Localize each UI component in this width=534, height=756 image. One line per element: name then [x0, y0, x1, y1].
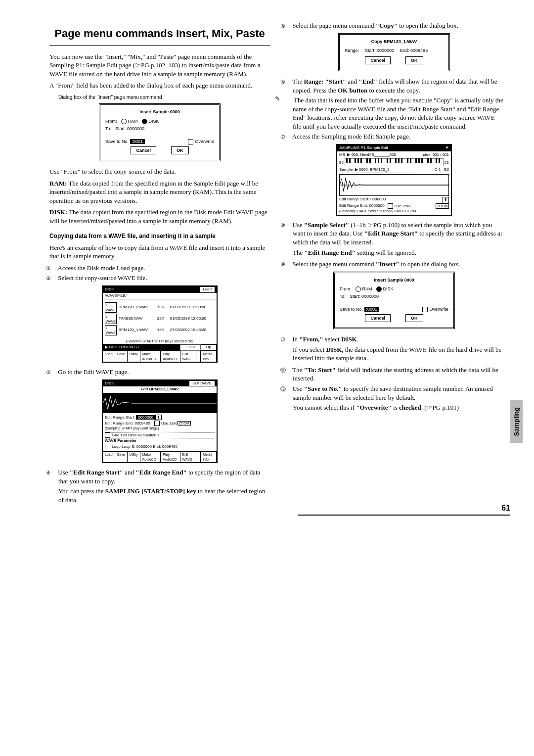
page-number: 61	[298, 503, 510, 516]
svg-rect-21	[427, 158, 429, 163]
disk-paragraph: DISK: The data copied from the specified…	[49, 208, 270, 225]
file-row-3-date: 27/03/2002 19:45:28	[170, 328, 206, 333]
svg-rect-6	[366, 158, 368, 163]
radio-disk-icon	[376, 286, 382, 292]
svg-rect-3	[355, 158, 356, 163]
svg-rect-15	[401, 158, 402, 163]
svg-rect-4	[357, 158, 359, 163]
dialog2-ok-button: OK	[405, 314, 423, 322]
svg-rect-23	[436, 158, 437, 163]
wave-icon: ♪WAVE	[105, 302, 117, 313]
svg-rect-12	[390, 158, 391, 163]
checkbox-grid-icon	[105, 432, 110, 438]
dialog1-to-label: To:	[105, 126, 111, 132]
disk-menu: Load	[200, 287, 215, 292]
waveform-icon	[340, 175, 448, 195]
file-row-1-size: 19K	[157, 305, 168, 310]
side-tab: Sampling	[510, 400, 523, 443]
copy-ok-button: OK	[405, 56, 423, 64]
file-row-3-size: 19K	[157, 328, 168, 333]
svg-rect-5	[360, 158, 362, 163]
checkbox-overwrite-icon	[422, 307, 428, 312]
figure-copy-dialog: Copy BPM120_1.WAV Range: Start: 0000000 …	[338, 33, 450, 71]
step-10: ⑩ In "From," select DISK.	[284, 335, 504, 344]
svg-rect-18	[415, 158, 417, 163]
figure-insert-dialog-2: Insert Sample 0000 From: RAM DISK To: St…	[333, 272, 455, 330]
svg-rect-8	[375, 158, 376, 163]
step-3: ③ Go to the Edit WAVE page.	[49, 368, 270, 377]
step-10b: If you select DISK, the data copied from…	[293, 345, 504, 363]
step-8b: The "Edit Range End" setting will be ign…	[293, 248, 504, 257]
checkbox-loop-icon	[105, 444, 110, 449]
svg-rect-22	[430, 158, 432, 163]
svg-rect-11	[387, 158, 388, 163]
sampling-title: SAMPLING P1:Sample Edit	[339, 145, 388, 151]
up-arrow-icon: ⬆	[155, 415, 162, 420]
svg-rect-7	[369, 158, 371, 163]
step-11: ⑪ The "To: Start" field will indicate th…	[284, 366, 504, 383]
ram-paragraph: RAM: The data copied from the specified …	[49, 179, 270, 205]
dialog1-save-label: Save to No.	[105, 139, 129, 144]
svg-rect-9	[378, 158, 379, 163]
file-row-2-date: 01/03/1999 12:00:00	[170, 316, 206, 322]
file-row-2-size: 22K	[157, 316, 168, 322]
disk-open: Open	[180, 344, 201, 351]
editwave-menu: Edit WAVE	[189, 381, 215, 386]
disk-drive: HDD:TRITON ST	[109, 345, 139, 349]
svg-rect-10	[381, 158, 382, 163]
checkbox-usezero-icon	[388, 203, 393, 209]
file-row-2-name: TAKE00.WAV	[119, 316, 155, 322]
copy-cancel-button: Cancel	[365, 56, 391, 64]
dialog1-disk: DISK	[149, 119, 159, 124]
figure-sampling-edit: SAMPLING P1:Sample Edit▼ MS: ▶ 000: NewM…	[336, 144, 452, 216]
copy-title: Copy BPM120_1.WAV	[345, 39, 444, 45]
checkbox-usezero-icon	[154, 421, 160, 426]
step-2: ② Select the copy-source WAVE file.	[49, 274, 270, 283]
right-column: ⑤ Select the page menu command "Copy" to…	[284, 20, 504, 508]
dialog1-cancel-button: Cancel	[131, 146, 156, 154]
dialog2-title: Insert Sample 0000	[340, 277, 448, 283]
waveform-icon	[103, 393, 217, 413]
dialog1-start: Start: 0000000	[115, 126, 144, 132]
svg-rect-20	[421, 158, 423, 163]
up-arrow-icon: ⬆	[443, 197, 449, 203]
svg-rect-17	[410, 158, 411, 163]
step-4: ④ Use "Edit Range Start" and "Edit Range…	[49, 468, 270, 485]
radio-ram-icon	[356, 286, 361, 292]
sub1-intro: Here's an example of how to copy data fr…	[49, 243, 270, 261]
step-7: ⑦ Access the Sampling mode Edit Sample p…	[284, 132, 504, 141]
section-title: Page menu commands Insert, Mix, Paste	[49, 22, 270, 46]
subheading-copy: Copying data from a WAVE file, and inser…	[49, 232, 270, 240]
note-copy: The data that is read into the buffer wh…	[284, 96, 504, 131]
from-paragraph: Use "From" to select the copy-source of …	[49, 167, 270, 176]
editwave-tabs: Load Save Utility Make AudioCD Play Audi…	[103, 451, 217, 462]
svg-rect-14	[398, 158, 400, 163]
step-9: ⑨ Select the page menu command "Insert" …	[284, 260, 504, 269]
figure-insert-dialog-1: Insert Sample 0000 From: RAM DISK To: St…	[99, 103, 221, 161]
svg-rect-24	[439, 158, 440, 163]
dialog1-title: Insert Sample 0000	[105, 109, 214, 115]
intro-1: You can now use the "Insert," "Mix," and…	[49, 52, 270, 79]
svg-rect-19	[418, 158, 420, 163]
disk-footer: (Sampling START/STOP plays selected file…	[103, 338, 217, 344]
left-column: Page menu commands Insert, Mix, Paste Yo…	[49, 20, 270, 508]
disk-path: /WAVEFILE/	[103, 293, 217, 300]
step-12: ⑫ Use "Save to No." to specify the save-…	[284, 384, 504, 402]
dialog1-from-label: From:	[105, 118, 117, 124]
figure-disk-load: DISKLoad /WAVEFILE/ ♪WAVE BPM120_2.WAV 1…	[102, 285, 218, 363]
step-6: ⑥ The Range: "Start" and "End" fields wi…	[284, 77, 504, 94]
file-row-3-name: BPM120_1.WAV	[119, 328, 155, 333]
keyboard-icon	[345, 158, 444, 166]
disk-tabs: Load Save Utility Make AudioCD Play Audi…	[103, 351, 217, 362]
intro-2: A "From" field has been added to the dia…	[49, 81, 270, 90]
disk-title: DISK	[105, 287, 114, 292]
dialog1-ram: RAM	[128, 119, 138, 124]
step-8: ⑧ Use "Sample Select" (1–1b ☞PG p.100) t…	[284, 221, 504, 247]
disk-up: Up	[201, 344, 217, 351]
dialog2-cancel-button: Cancel	[365, 314, 391, 322]
radio-ram-icon	[121, 119, 127, 124]
step-1: ① Access the Disk mode Load page.	[49, 264, 270, 273]
figure-edit-wave: DISKEdit WAVE Edit BPM120_1.WAV Edit Ran…	[102, 379, 218, 464]
svg-rect-2	[349, 158, 351, 163]
pencil-note-icon	[284, 96, 292, 102]
